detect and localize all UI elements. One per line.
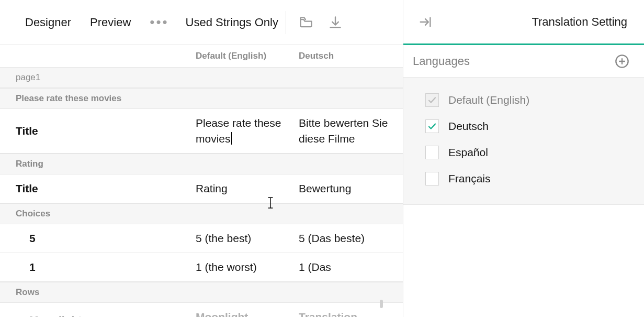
section-label: Rows	[0, 287, 39, 298]
settings-panel-header: Translation Setting	[403, 0, 644, 45]
cell-deutsch[interactable]: 1 (Das	[299, 259, 403, 275]
section-rating[interactable]: Rating	[0, 154, 403, 174]
add-language-icon[interactable]	[615, 54, 629, 69]
cell-deutsch[interactable]: Bitte bewerten Sie diese Filme	[299, 115, 403, 147]
scrollbar-thumb[interactable]	[380, 300, 383, 308]
cell-default-english[interactable]: Rating	[196, 181, 299, 196]
row-choice-5: 5 5 (the best) 5 (Das beste)	[0, 224, 403, 253]
languages-section-header[interactable]: Languages	[403, 45, 644, 78]
settings-panel-title: Translation Setting	[532, 15, 627, 29]
folder-open-icon[interactable]	[299, 15, 313, 30]
section-page1-hint[interactable]: Please rate these movies	[0, 88, 403, 109]
toolbar-separator	[286, 11, 286, 34]
checkbox-icon[interactable]	[425, 146, 439, 159]
row-page-title: Title Please rate these movies Bitte bew…	[0, 109, 403, 154]
cell-key: 1	[0, 259, 196, 275]
section-choices[interactable]: Choices	[0, 203, 403, 224]
cell-deutsch[interactable]: Translation...	[299, 309, 403, 317]
column-default-label: Default (English)	[196, 51, 299, 61]
cell-default-english[interactable]: Moonlight	[196, 309, 299, 317]
language-label: Español	[448, 146, 488, 159]
row-moonlight: Moonlight Moonlight Translation...	[0, 303, 403, 317]
section-rows[interactable]: Rows	[0, 282, 403, 303]
language-option-default: Default (English)	[403, 87, 644, 113]
language-option-francais[interactable]: Français	[403, 166, 644, 192]
tab-designer[interactable]: Designer	[16, 16, 81, 29]
section-label: Rating	[0, 159, 43, 169]
cell-deutsch[interactable]: 5 (Das beste)	[299, 231, 403, 246]
cell-key: Title	[0, 181, 196, 196]
checkbox-icon	[425, 93, 439, 107]
section-label: Choices	[0, 209, 50, 219]
download-icon[interactable]	[328, 15, 343, 30]
language-label: Deutsch	[448, 120, 489, 133]
column-deutsch-label: Deutsch	[299, 51, 403, 61]
languages-label: Languages	[413, 54, 470, 68]
tab-preview[interactable]: Preview	[81, 16, 140, 29]
row-rating-title: Title Rating Bewertung	[0, 174, 403, 203]
languages-list: Default (English) Deutsch Español França…	[403, 78, 644, 205]
collapse-panel-icon[interactable]	[418, 15, 433, 29]
cell-default-english[interactable]: 1 (the worst)	[196, 259, 299, 275]
language-label: Français	[448, 172, 491, 185]
language-option-espanol[interactable]: Español	[403, 139, 644, 166]
section-label: page1	[0, 72, 40, 83]
row-choice-1: 1 1 (the worst) 1 (Das	[0, 253, 403, 282]
main-toolbar: Designer Preview ••• Used Strings Only	[0, 0, 403, 45]
translation-grid-header: Default (English) Deutsch	[0, 45, 403, 67]
section-hint-label: Please rate these movies	[0, 93, 121, 104]
cell-key: Moonlight	[0, 309, 196, 317]
checkbox-icon[interactable]	[425, 119, 439, 133]
cell-default-english[interactable]: 5 (the best)	[196, 231, 299, 246]
cell-default-english[interactable]: Please rate these movies	[196, 115, 299, 147]
more-menu-icon[interactable]: •••	[140, 14, 178, 30]
language-label: Default (English)	[448, 94, 529, 106]
checkbox-icon[interactable]	[425, 172, 439, 185]
section-page1[interactable]: page1	[0, 67, 403, 88]
used-strings-toggle[interactable]: Used Strings Only	[186, 16, 278, 29]
cell-key: 5	[0, 231, 196, 246]
cell-key: Title	[0, 115, 196, 147]
language-option-deutsch[interactable]: Deutsch	[403, 113, 644, 139]
cell-deutsch[interactable]: Bewertung	[299, 181, 403, 196]
